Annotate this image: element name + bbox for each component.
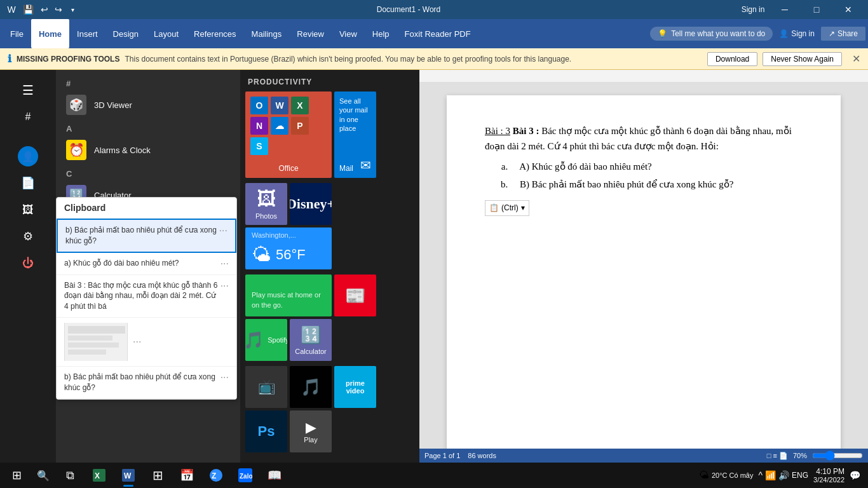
tab-mailings[interactable]: Mailings — [244, 19, 290, 48]
tab-insert[interactable]: Insert — [69, 19, 105, 48]
tiles-section-label: Productivity — [245, 75, 413, 92]
hamburger-menu-btn[interactable]: ☰ — [4, 78, 52, 103]
clipboard-image — [64, 323, 128, 361]
tile-photoshop[interactable]: Ps — [245, 410, 287, 452]
tile-tiktok[interactable]: 🎵 — [290, 366, 332, 408]
start-button[interactable]: ⊞ — [3, 463, 31, 488]
question-b-text: B) Bác phải mất bao nhiêu phút để cưa xo… — [520, 179, 733, 189]
tab-home[interactable]: Home — [31, 19, 69, 48]
tab-view[interactable]: View — [332, 19, 365, 48]
minimize-btn[interactable]: ─ — [770, 0, 799, 19]
tile-calculator-tile[interactable]: 🔢 Calculator — [290, 319, 332, 361]
section-label-hash: # — [56, 75, 240, 90]
weather-tray-icon: 🌤 — [699, 470, 709, 481]
tile-photos[interactable]: 🖼 Photos — [245, 183, 287, 225]
tile-play-label: Play — [304, 436, 317, 444]
chevron-up-icon[interactable]: ^ — [758, 470, 763, 480]
tab-file[interactable]: File — [3, 19, 31, 48]
status-right: □ ≡ 📄 70% — [767, 451, 863, 461]
settings-icon-btn[interactable]: ⚙ — [4, 224, 52, 249]
ribbon: File Home Insert Design Layout Reference… — [0, 19, 868, 48]
clipboard-item-image[interactable]: ··· — [57, 318, 236, 367]
sign-in-btn[interactable]: Sign in — [738, 0, 768, 19]
clipboard-item-3[interactable]: b) Bác phải mất bao nhiêu phút để cưa xo… — [57, 367, 236, 399]
sign-in-ribbon-btn[interactable]: 👤 Sign in — [773, 27, 821, 41]
taskbar-calendar[interactable]: 📅 — [173, 463, 201, 488]
tab-references[interactable]: References — [186, 19, 243, 48]
svg-rect-1 — [68, 326, 125, 334]
app-item-3dviewer[interactable]: 🎲 3D Viewer — [56, 90, 240, 120]
task-view-button[interactable]: ⧉ — [56, 463, 84, 488]
tab-foxit[interactable]: Foxit Reader PDF — [397, 19, 478, 48]
clipboard-item-menu-3[interactable]: ··· — [220, 372, 229, 383]
download-button[interactable]: Download — [707, 52, 757, 66]
taskbar-start-tile[interactable]: ⊞ — [144, 463, 172, 488]
search-button[interactable]: 🔍 — [32, 463, 55, 488]
taskbar: ⊞ 🔍 ⧉ X W ⊞ 📅 Z Zalo 📖 🌤 20°C Có mây — [0, 463, 868, 488]
clipboard-item-0[interactable]: b) Bác phải mất bao nhiêu phút để cưa xo… — [57, 219, 236, 253]
svg-text:W: W — [124, 471, 132, 480]
clipboard-item-menu-1[interactable]: ··· — [220, 258, 229, 269]
tile-disney[interactable]: Disney+ — [290, 183, 332, 225]
tile-spotify[interactable]: 🎵 Spotify — [245, 319, 287, 361]
tile-office[interactable]: O W X N ☁ P S Office — [245, 92, 332, 178]
clipboard-item-menu-2[interactable]: ··· — [220, 280, 229, 292]
never-show-again-button[interactable]: Never Show Again — [763, 52, 842, 66]
tab-help[interactable]: Help — [365, 19, 397, 48]
clipboard-item-menu-image[interactable]: ··· — [133, 336, 141, 348]
zoom-level: 70% — [793, 452, 807, 459]
svg-text:X: X — [95, 471, 100, 480]
svg-rect-2 — [68, 336, 112, 341]
share-btn[interactable]: ↗ Share — [821, 27, 865, 41]
app-item-alarms[interactable]: ⏰ Alarms & Clock — [56, 135, 240, 165]
clipboard-item-2[interactable]: Bài 3 : Bác thợ mộc cưa một khúc gỗ thàn… — [57, 275, 236, 318]
tile-stream[interactable]: 📺 — [245, 366, 287, 408]
clipboard-item-menu-0[interactable]: ··· — [219, 225, 227, 236]
tile-music[interactable]: Play music at home or on the go. — [245, 274, 332, 316]
notification-icon[interactable]: 💬 — [850, 470, 860, 480]
document-page[interactable]: Bài : 3 Bài 3 : Bác thợ mộc cưa một khúc… — [447, 95, 841, 463]
taskbar-clock[interactable]: 4:10 PM 3/24/2022 — [813, 467, 844, 484]
taskbar-excel[interactable]: X — [85, 463, 113, 488]
close-btn[interactable]: ✕ — [834, 0, 863, 19]
weather-icon: 🌤 — [252, 244, 271, 266]
redo-icon[interactable]: ↪ — [52, 3, 65, 16]
tile-mail-text: See all your mail in one place — [339, 97, 371, 133]
calc-icon: 🔢 — [301, 325, 321, 345]
document-area: Bài : 3 Bài 3 : Bác thợ mộc cưa một khúc… — [419, 70, 868, 463]
undo-icon[interactable]: ↩ — [38, 3, 51, 16]
question-a-text: A) Khúc gỗ đó dài bao nhiêu mét? — [519, 161, 652, 172]
word-icon-tile: W — [271, 97, 288, 114]
power-icon-btn[interactable]: ⏻ — [4, 250, 52, 276]
tile-news[interactable]: 📰 — [334, 274, 376, 316]
paste-options[interactable]: 📋 (Ctrl) ▾ — [485, 200, 803, 216]
customize-icon[interactable]: ▾ — [66, 3, 79, 16]
taskbar-zoom[interactable]: Z — [202, 463, 230, 488]
tab-layout[interactable]: Layout — [146, 19, 186, 48]
clipboard-item-1[interactable]: a) Khúc gỗ đó dài bao nhiêu mét? ··· — [57, 253, 236, 275]
weather-tray[interactable]: 🌤 20°C Có mây — [699, 470, 754, 481]
pictures-icon-btn[interactable]: 🖼 — [4, 197, 52, 222]
save-icon[interactable]: 💾 — [22, 3, 34, 16]
documents-icon-btn[interactable]: 📄 — [4, 170, 52, 196]
maximize-btn[interactable]: □ — [802, 0, 831, 19]
tell-me-input[interactable]: 💡 Tell me what you want to do — [650, 27, 773, 41]
tile-mail[interactable]: See all your mail in one place Mail ✉ — [334, 92, 376, 178]
tab-design[interactable]: Design — [105, 19, 146, 48]
volume-icon[interactable]: 🔊 — [778, 470, 789, 480]
notification-title: MISSING PROOFING TOOLS — [17, 55, 119, 64]
taskbar-reader[interactable]: 📖 — [261, 463, 288, 488]
tile-weather[interactable]: Washington,... 🌤 56°F — [245, 227, 332, 269]
paste-options-btn[interactable]: 📋 (Ctrl) ▾ — [485, 200, 529, 216]
tile-prime[interactable]: primevideo — [334, 366, 376, 408]
taskbar-zalo[interactable]: Zalo — [231, 463, 259, 488]
taskbar-word[interactable]: W — [114, 463, 142, 488]
tab-review[interactable]: Review — [289, 19, 332, 48]
tile-play[interactable]: ▶ Play — [290, 410, 332, 452]
notification-close-icon[interactable]: ✕ — [852, 53, 860, 65]
keyboard-icon[interactable]: ENG — [792, 471, 808, 480]
zoom-slider[interactable] — [812, 451, 863, 461]
profile-icon-btn[interactable]: 👤 — [4, 144, 52, 169]
network-icon[interactable]: 📶 — [765, 470, 776, 480]
taskbar-system-tray: 🌤 20°C Có mây ^ 📶 🔊 ENG 4:10 PM 3/24/202… — [699, 467, 865, 484]
